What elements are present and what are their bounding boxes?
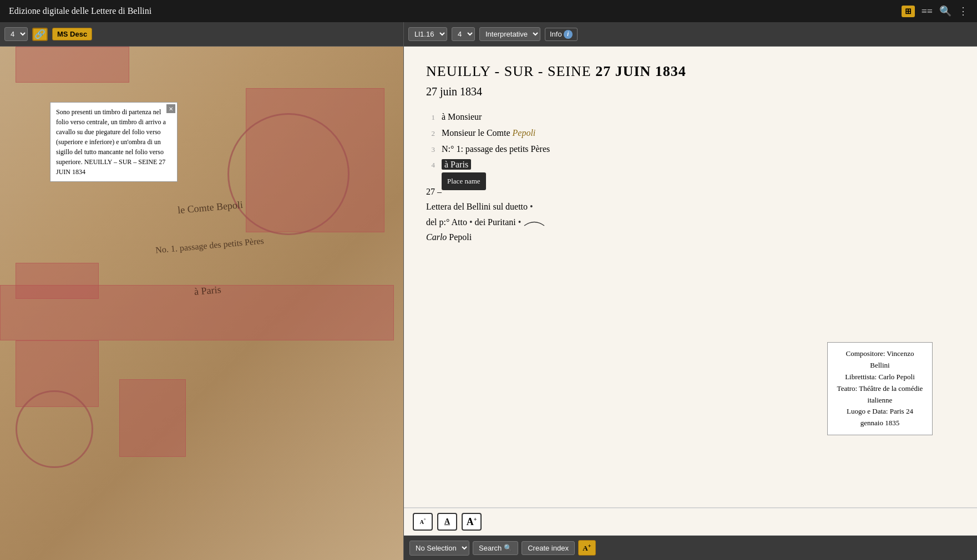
layout-toggle-1-icon[interactable]: ⊞ [902,6,915,17]
connector-arc [523,217,545,228]
ms-highlight-6 [119,379,186,457]
page-selector-left[interactable]: 4 [4,27,28,41]
right-toolbar: Ll1.16 4 Interpretative Info i [404,22,977,47]
document-selector[interactable]: Ll1.16 [408,27,447,41]
trans-line-2: 2 Monsieur le Comte Pepoli [426,125,955,141]
font-large-label: A+ [467,516,477,528]
right-panel: Ll1.16 4 Interpretative Info i NEUILLY -… [404,22,977,560]
view-mode-selector[interactable]: Interpretative [479,27,540,41]
stamp-circle-2 [16,390,93,468]
body-line-3: del p:° Atto • dei Puritani • [426,215,955,230]
body-line-1: 27 – [426,184,955,199]
carlo-pepoli-name: Carlo [426,232,447,242]
ms-highlight-1 [16,47,129,83]
top-bar: Edizione digitale delle Lettere di Belli… [0,0,977,22]
font-decrease-button[interactable]: A° [413,513,433,531]
line-text-4: à Paris Place name [442,157,955,173]
body-name-line: Carlo Pepoli [426,230,955,245]
font-normal-button[interactable]: A [437,513,457,531]
info-button-label: Info [550,30,562,38]
handwriting-line-1: le Comte Bepoli [177,199,243,216]
search-button-icon: 🔍 [504,544,512,552]
link-icon: 🔗 [34,29,45,39]
right-bottom: A° A A+ No Selection Search 🔍 [404,507,977,560]
search-button[interactable]: Search 🔍 [473,541,518,555]
pepoli-name-1: Pepoli [513,128,536,138]
font-small-label: A° [420,518,426,525]
info-popup-close-button[interactable]: ✕ [166,104,175,113]
app-title: Edizione digitale delle Lettere di Belli… [9,6,151,16]
ms-desc-button[interactable]: MS Desc [52,28,92,40]
composer-line-3: Teatro: Théâtre de la comédie italienne [836,383,924,406]
composer-line-4: Luogo e Data: Paris 24 gennaio 1835 [836,406,924,429]
line-text-3: N:° 1: passage des petits Pères [442,141,955,157]
transcription-header: NEUILLY - SUR - SEINE 27 JUIN 1834 [426,63,955,80]
page-selector-right[interactable]: 4 [452,27,475,41]
body-line-2: Lettera del Bellini sul duetto • [426,199,955,214]
trans-line-4: 4 à Paris Place name [426,157,955,173]
highlight-yellow-button[interactable]: A+ [578,540,596,556]
line-text-2: Monsieur le Comte Pepoli [442,125,955,141]
no-selection-wrap: No Selection [409,541,469,556]
trans-line-3: 3 N:° 1: passage des petits Pères [426,141,955,157]
info-popup: ✕ Sono presenti un timbro di partenza ne… [50,102,178,182]
font-increase-button[interactable]: A+ [462,513,482,531]
line-number-3: 3 [426,141,435,157]
left-toolbar: 4 🔗 MS Desc [0,22,403,47]
composer-line-1: Compositore: Vincenzo Bellini [836,348,924,371]
bottom-action-bar: No Selection Search 🔍 Create index A+ [404,536,977,560]
highlight-yellow-icon: A+ [583,542,591,553]
create-index-button[interactable]: Create index [522,541,575,555]
create-index-label: Create index [528,544,569,552]
line-number-4: 4 [426,157,435,173]
composer-popup: Compositore: Vincenzo Bellini Librettist… [827,342,933,435]
transcription-date: 27 juin 1834 [426,85,955,98]
line-number-2: 2 [426,125,435,141]
place-name-tooltip: Place name [442,172,486,190]
transcription-area: NEUILLY - SUR - SEINE 27 JUIN 1834 27 ju… [404,47,977,507]
font-controls: A° A A+ [404,508,977,536]
layout-toggle-2-icon[interactable]: ≡≡ [922,6,933,17]
header-normal-part: NEUILLY - SUR - SEINE [426,63,595,79]
info-circle-icon: i [564,30,573,39]
transcription-body: 27 – Lettera del Bellini sul duetto • de… [426,184,955,245]
search-label: Search [479,544,502,552]
search-icon[interactable]: 🔍 [939,5,951,17]
line-number-1: 1 [426,109,435,125]
manuscript-image-area: le Comte Bepoli No. 1. passage des petit… [0,47,403,560]
info-popup-content: Sono presenti un timbro di partenza nel … [56,107,171,177]
line-text-1: à Monsieur [442,109,955,125]
main-layout: 4 🔗 MS Desc le Comte Bepoli [0,22,977,560]
left-panel: 4 🔗 MS Desc le Comte Bepoli [0,22,404,560]
handwriting-line-3: à Paris [194,284,221,298]
font-normal-label: A [444,517,450,526]
transcription-lines: 1 à Monsieur 2 Monsieur le Comte Pepoli … [426,109,955,173]
info-button[interactable]: Info i [545,28,578,41]
no-selection-select[interactable]: No Selection [410,541,469,555]
link-button[interactable]: 🔗 [32,28,48,41]
trans-line-1: 1 à Monsieur [426,109,955,125]
more-options-icon[interactable]: ⋮ [958,5,968,17]
stamp-circle [227,113,350,235]
top-bar-icons: ⊞ ≡≡ 🔍 ⋮ [902,5,968,17]
paris-highlighted[interactable]: à Paris [442,159,471,170]
header-bold-part: 27 JUIN 1834 [595,63,686,79]
composer-line-2: Librettista: Carlo Pepoli [836,371,924,383]
handwriting-line-2: No. 1. passage des petits Pères [155,236,265,255]
